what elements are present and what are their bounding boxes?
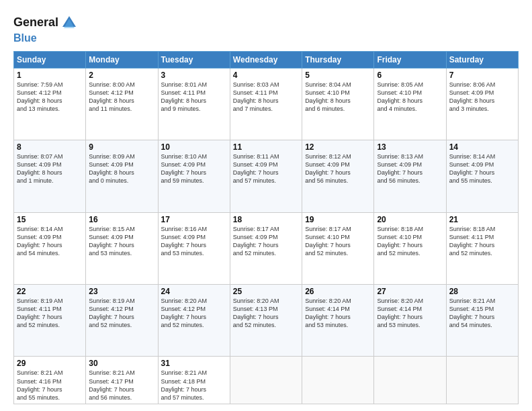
day-info: Sunrise: 8:20 AM Sunset: 4:12 PM Dayligh… <box>161 297 227 330</box>
day-number: 3 <box>161 71 227 80</box>
day-number: 10 <box>161 142 227 152</box>
calendar-week-4: 22Sunrise: 8:19 AM Sunset: 4:11 PM Dayli… <box>14 284 519 356</box>
logo-icon <box>60 13 79 32</box>
calendar-cell: 19Sunrise: 8:17 AM Sunset: 4:10 PM Dayli… <box>302 212 374 284</box>
day-info: Sunrise: 8:05 AM Sunset: 4:10 PM Dayligh… <box>377 81 443 113</box>
calendar-week-2: 8Sunrise: 8:07 AM Sunset: 4:09 PM Daylig… <box>14 140 519 212</box>
calendar-cell: 10Sunrise: 8:10 AM Sunset: 4:09 PM Dayli… <box>158 140 230 212</box>
day-number: 12 <box>305 142 371 152</box>
calendar-cell: 12Sunrise: 8:12 AM Sunset: 4:09 PM Dayli… <box>302 140 374 212</box>
day-number: 19 <box>305 215 371 224</box>
calendar-cell: 14Sunrise: 8:14 AM Sunset: 4:09 PM Dayli… <box>446 140 518 212</box>
day-number: 24 <box>161 287 227 296</box>
calendar-cell <box>374 357 446 404</box>
calendar-cell: 26Sunrise: 8:20 AM Sunset: 4:14 PM Dayli… <box>302 284 374 356</box>
calendar-week-5: 29Sunrise: 8:21 AM Sunset: 4:16 PM Dayli… <box>14 357 519 404</box>
calendar-cell: 18Sunrise: 8:17 AM Sunset: 4:09 PM Dayli… <box>230 212 302 284</box>
day-number: 23 <box>89 287 154 296</box>
calendar-cell: 31Sunrise: 8:21 AM Sunset: 4:18 PM Dayli… <box>158 357 230 404</box>
calendar-cell: 11Sunrise: 8:11 AM Sunset: 4:09 PM Dayli… <box>230 140 302 212</box>
calendar-cell: 6Sunrise: 8:05 AM Sunset: 4:10 PM Daylig… <box>374 68 446 140</box>
day-number: 27 <box>377 287 443 296</box>
calendar-cell <box>230 357 302 404</box>
day-info: Sunrise: 8:20 AM Sunset: 4:13 PM Dayligh… <box>233 297 299 330</box>
day-info: Sunrise: 8:04 AM Sunset: 4:10 PM Dayligh… <box>305 81 371 113</box>
day-info: Sunrise: 8:16 AM Sunset: 4:09 PM Dayligh… <box>161 225 227 258</box>
calendar-week-3: 15Sunrise: 8:14 AM Sunset: 4:09 PM Dayli… <box>14 212 519 284</box>
col-header-thursday: Thursday <box>302 51 374 68</box>
day-info: Sunrise: 8:19 AM Sunset: 4:11 PM Dayligh… <box>17 297 83 330</box>
day-number: 8 <box>17 142 83 152</box>
col-header-monday: Monday <box>86 51 158 68</box>
day-info: Sunrise: 8:18 AM Sunset: 4:11 PM Dayligh… <box>449 225 515 258</box>
day-number: 6 <box>377 71 443 80</box>
day-info: Sunrise: 8:21 AM Sunset: 4:17 PM Dayligh… <box>89 369 154 402</box>
day-number: 16 <box>89 215 154 224</box>
day-info: Sunrise: 8:21 AM Sunset: 4:15 PM Dayligh… <box>449 297 515 330</box>
day-number: 14 <box>449 142 515 152</box>
calendar-cell: 5Sunrise: 8:04 AM Sunset: 4:10 PM Daylig… <box>302 68 374 140</box>
calendar-cell: 16Sunrise: 8:15 AM Sunset: 4:09 PM Dayli… <box>86 212 158 284</box>
calendar-cell <box>302 357 374 404</box>
day-number: 20 <box>377 215 443 224</box>
day-info: Sunrise: 8:21 AM Sunset: 4:18 PM Dayligh… <box>161 369 227 402</box>
calendar-week-1: 1Sunrise: 7:59 AM Sunset: 4:12 PM Daylig… <box>14 68 519 140</box>
calendar-cell <box>446 357 518 404</box>
day-number: 25 <box>233 287 299 296</box>
logo-text: General <box>13 16 58 30</box>
day-number: 18 <box>233 215 299 224</box>
calendar-cell: 7Sunrise: 8:06 AM Sunset: 4:09 PM Daylig… <box>446 68 518 140</box>
day-info: Sunrise: 8:01 AM Sunset: 4:11 PM Dayligh… <box>161 81 227 113</box>
calendar-cell: 24Sunrise: 8:20 AM Sunset: 4:12 PM Dayli… <box>158 284 230 356</box>
logo-blue: Blue <box>13 32 79 44</box>
day-number: 30 <box>89 359 154 368</box>
calendar-cell: 1Sunrise: 7:59 AM Sunset: 4:12 PM Daylig… <box>14 68 86 140</box>
day-info: Sunrise: 8:15 AM Sunset: 4:09 PM Dayligh… <box>89 225 154 258</box>
calendar-cell: 29Sunrise: 8:21 AM Sunset: 4:16 PM Dayli… <box>14 357 86 404</box>
day-number: 5 <box>305 71 371 80</box>
calendar-cell: 8Sunrise: 8:07 AM Sunset: 4:09 PM Daylig… <box>14 140 86 212</box>
day-info: Sunrise: 8:20 AM Sunset: 4:14 PM Dayligh… <box>305 297 371 330</box>
calendar-cell: 13Sunrise: 8:13 AM Sunset: 4:09 PM Dayli… <box>374 140 446 212</box>
day-info: Sunrise: 8:00 AM Sunset: 4:12 PM Dayligh… <box>89 81 154 113</box>
logo: General Blue <box>13 13 79 44</box>
calendar-cell: 3Sunrise: 8:01 AM Sunset: 4:11 PM Daylig… <box>158 68 230 140</box>
day-info: Sunrise: 8:14 AM Sunset: 4:09 PM Dayligh… <box>17 225 83 258</box>
day-number: 22 <box>17 287 83 296</box>
day-info: Sunrise: 8:17 AM Sunset: 4:09 PM Dayligh… <box>233 225 299 258</box>
day-info: Sunrise: 7:59 AM Sunset: 4:12 PM Dayligh… <box>17 81 83 113</box>
day-info: Sunrise: 8:20 AM Sunset: 4:14 PM Dayligh… <box>377 297 443 330</box>
day-number: 31 <box>161 359 227 368</box>
col-header-sunday: Sunday <box>14 51 86 68</box>
day-info: Sunrise: 8:19 AM Sunset: 4:12 PM Dayligh… <box>89 297 154 330</box>
day-number: 15 <box>17 215 83 224</box>
day-info: Sunrise: 8:14 AM Sunset: 4:09 PM Dayligh… <box>449 152 515 185</box>
col-header-saturday: Saturday <box>446 51 518 68</box>
calendar-cell: 22Sunrise: 8:19 AM Sunset: 4:11 PM Dayli… <box>14 284 86 356</box>
col-header-wednesday: Wednesday <box>230 51 302 68</box>
day-info: Sunrise: 8:07 AM Sunset: 4:09 PM Dayligh… <box>17 152 83 185</box>
calendar-cell: 30Sunrise: 8:21 AM Sunset: 4:17 PM Dayli… <box>86 357 158 404</box>
day-number: 9 <box>89 142 154 152</box>
day-number: 17 <box>161 215 227 224</box>
day-number: 28 <box>449 287 515 296</box>
day-info: Sunrise: 8:17 AM Sunset: 4:10 PM Dayligh… <box>305 225 371 258</box>
day-number: 29 <box>17 359 83 368</box>
header: General Blue <box>13 11 519 44</box>
day-number: 4 <box>233 71 299 80</box>
day-number: 2 <box>89 71 154 80</box>
day-number: 11 <box>233 142 299 152</box>
calendar-cell: 4Sunrise: 8:03 AM Sunset: 4:11 PM Daylig… <box>230 68 302 140</box>
day-info: Sunrise: 8:11 AM Sunset: 4:09 PM Dayligh… <box>233 152 299 185</box>
calendar-cell: 17Sunrise: 8:16 AM Sunset: 4:09 PM Dayli… <box>158 212 230 284</box>
calendar-cell: 9Sunrise: 8:09 AM Sunset: 4:09 PM Daylig… <box>86 140 158 212</box>
calendar-header-row: SundayMondayTuesdayWednesdayThursdayFrid… <box>14 51 519 68</box>
page: General Blue SundayMondayTuesdayWednesda… <box>0 0 532 411</box>
calendar-cell: 2Sunrise: 8:00 AM Sunset: 4:12 PM Daylig… <box>86 68 158 140</box>
calendar-cell: 20Sunrise: 8:18 AM Sunset: 4:10 PM Dayli… <box>374 212 446 284</box>
col-header-friday: Friday <box>374 51 446 68</box>
calendar-cell: 28Sunrise: 8:21 AM Sunset: 4:15 PM Dayli… <box>446 284 518 356</box>
day-info: Sunrise: 8:13 AM Sunset: 4:09 PM Dayligh… <box>377 152 443 185</box>
calendar-cell: 25Sunrise: 8:20 AM Sunset: 4:13 PM Dayli… <box>230 284 302 356</box>
calendar-cell: 27Sunrise: 8:20 AM Sunset: 4:14 PM Dayli… <box>374 284 446 356</box>
